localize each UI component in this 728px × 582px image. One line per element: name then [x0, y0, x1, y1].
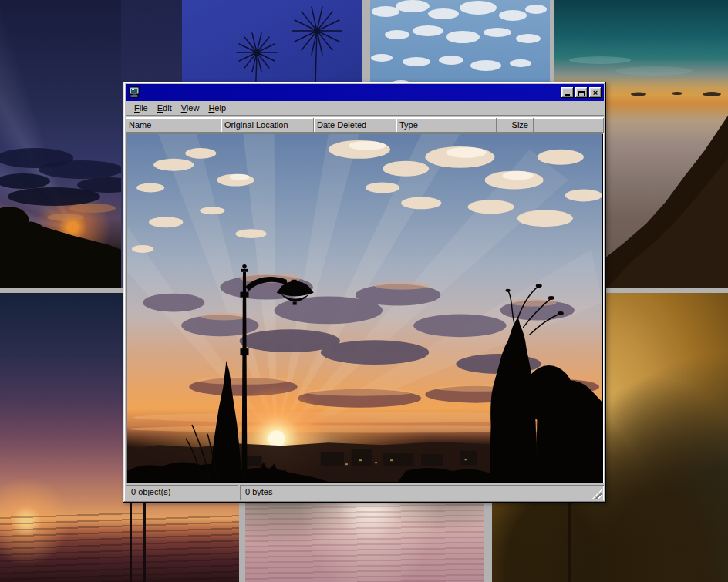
sunset-lamp-art — [127, 134, 602, 482]
status-size: 0 bytes — [240, 485, 604, 500]
wallpaper-photo-sunset-lamp — [127, 134, 602, 482]
lake-ripples — [0, 513, 239, 582]
deleted-items-listview[interactable] — [126, 133, 604, 483]
maximize-button[interactable] — [575, 87, 588, 98]
lake-pole-silhouette — [143, 495, 146, 582]
menu-item-file[interactable]: File — [130, 102, 153, 114]
menu-item-edit[interactable]: Edit — [153, 102, 177, 114]
recycle-bin-window: × FileEditViewHelp NameOriginal Location… — [123, 82, 606, 503]
column-header-original-location[interactable]: Original Location — [221, 118, 314, 133]
close-icon: × — [589, 87, 602, 98]
wallpaper-tile-sunset-rays — [0, 0, 121, 288]
titlebar-buttons: × — [561, 87, 602, 98]
menu-bar: FileEditViewHelp — [126, 101, 604, 115]
golden-tile-pole-silhouette — [568, 497, 571, 582]
status-bar: 0 object(s) 0 bytes — [126, 485, 604, 500]
desktop: × FileEditViewHelp NameOriginal Location… — [0, 0, 728, 582]
minimize-button[interactable] — [561, 87, 574, 98]
menu-item-view[interactable]: View — [177, 102, 204, 114]
computer-icon[interactable] — [128, 86, 140, 99]
menu-item-help[interactable]: Help — [204, 102, 231, 114]
column-header-row: NameOriginal LocationDate DeletedTypeSiz… — [126, 118, 604, 133]
sunset-rays-art — [0, 0, 121, 288]
column-header-size[interactable]: Size — [497, 118, 534, 133]
close-button[interactable]: × — [589, 87, 602, 98]
column-header-name[interactable]: Name — [126, 118, 221, 133]
lake-pole-silhouette — [130, 489, 132, 582]
status-object-count: 0 object(s) — [126, 485, 238, 500]
column-header-type[interactable]: Type — [396, 118, 497, 133]
window-titlebar[interactable]: × — [126, 84, 604, 101]
minimize-icon — [565, 94, 570, 96]
column-header-date-deleted[interactable]: Date Deleted — [314, 118, 396, 133]
maximize-icon — [578, 91, 585, 96]
column-header-blank[interactable] — [534, 118, 604, 133]
